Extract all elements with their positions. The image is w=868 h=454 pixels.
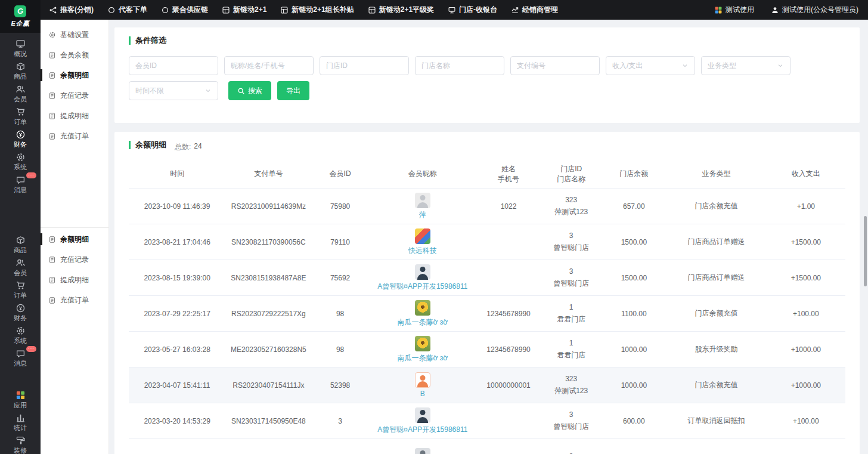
doc-icon bbox=[48, 92, 56, 100]
table-body: 2023-10-09 11:46:39RS20231009114639Mz759… bbox=[129, 189, 845, 454]
rail-item-goods[interactable]: 商品 bbox=[0, 59, 41, 82]
table-row: 2023-10-09 11:46:39RS20231009114639Mz759… bbox=[129, 189, 845, 224]
table-title-row: 余额明细 总数: 24 bbox=[129, 140, 845, 152]
filter-input[interactable] bbox=[415, 56, 504, 75]
store-id: 3 bbox=[543, 451, 599, 454]
column-header-line: 收入支出 bbox=[792, 169, 820, 178]
store-id: 323 bbox=[543, 194, 599, 206]
topnav-item[interactable]: 推客(分销) bbox=[49, 5, 94, 15]
rail-item-message[interactable]: 消息··· bbox=[0, 346, 41, 369]
search-button[interactable]: 搜索 bbox=[228, 81, 271, 100]
topnav-item[interactable]: 聚合供应链 bbox=[161, 5, 208, 15]
cell-biz-type: 门店余额充值 bbox=[666, 201, 766, 211]
cell-store-balance: 1000.00 bbox=[602, 345, 666, 354]
topnav-right-item[interactable]: 测试使用 bbox=[714, 5, 754, 15]
member-nickname-link[interactable]: A曾智聪¤APP开发15986811 bbox=[377, 282, 467, 292]
filter-select[interactable]: 收入/支出 bbox=[606, 56, 695, 75]
filter-input[interactable] bbox=[320, 56, 409, 75]
rail-item-finance[interactable]: 财务 bbox=[0, 127, 41, 150]
store-id: 323 bbox=[543, 373, 599, 385]
topnav-item[interactable]: 经销商管理 bbox=[511, 5, 558, 15]
member-avatar bbox=[415, 407, 430, 423]
topnav-item[interactable]: 新链动2+1组长补贴 bbox=[280, 5, 354, 15]
member-avatar bbox=[415, 448, 430, 454]
cell-pay-no: SN230821170390056C bbox=[225, 238, 311, 246]
circle-icon bbox=[161, 6, 169, 14]
rail-item-orders[interactable]: 订单 bbox=[0, 104, 41, 127]
rail-item-label: 消息 bbox=[14, 360, 27, 367]
member-nickname-link[interactable]: 快远科技 bbox=[408, 246, 437, 256]
cell-member-id: 98 bbox=[312, 310, 369, 318]
doc-icon bbox=[48, 51, 56, 59]
rail-item-members[interactable]: 会员 bbox=[0, 255, 41, 278]
topnav-item[interactable]: 新链动2+1平级奖 bbox=[368, 5, 434, 15]
rail-item-deco[interactable]: 装修 bbox=[0, 433, 41, 454]
submenu-item[interactable]: 提成明细 bbox=[41, 106, 108, 126]
rail-item-label: 装修 bbox=[14, 447, 27, 454]
submenu-item[interactable]: 提成明细 bbox=[41, 270, 108, 290]
cell-nickname: A曾智聪¤APP开发15986811 bbox=[369, 407, 476, 435]
topnav-item[interactable]: 新链动2+1 bbox=[222, 5, 266, 15]
rail-item-members[interactable]: 会员 bbox=[0, 82, 41, 104]
filter-input[interactable] bbox=[129, 56, 218, 75]
member-nickname-link[interactable]: B bbox=[420, 390, 425, 398]
cell-nickname: 萍 bbox=[369, 193, 476, 220]
column-header: 门店ID门店名称 bbox=[541, 165, 602, 184]
rail-item-system[interactable]: 系统 bbox=[0, 323, 41, 346]
filter-input[interactable] bbox=[224, 56, 314, 75]
scrollbar-thumb[interactable] bbox=[864, 216, 867, 286]
rail-item-label: 财务 bbox=[14, 315, 27, 322]
cell-store: 1君君门店 bbox=[541, 338, 602, 360]
member-nickname-link[interactable]: 南瓜一条藤ờ ɜờ bbox=[398, 317, 448, 328]
submenu-item[interactable]: 充值订单 bbox=[41, 126, 108, 146]
rail-item-system[interactable]: 系统 bbox=[0, 150, 41, 172]
column-header-line: 会员昵称 bbox=[408, 169, 437, 178]
submenu-item[interactable]: 充值记录 bbox=[41, 85, 108, 106]
cell-amount: +100.00 bbox=[767, 310, 845, 318]
cell-biz-type: 门店余额充值 bbox=[666, 380, 766, 390]
orders-icon bbox=[16, 280, 26, 291]
sub-sidebar: 基础设置会员余额余额明细充值记录提成明细充值订单余额明细充值记录提成明细充值订单 bbox=[41, 20, 109, 454]
store-id: 3 bbox=[543, 409, 599, 421]
filter-select[interactable]: 时间不限 bbox=[129, 81, 218, 100]
topnav-item[interactable]: 门店-收银台 bbox=[448, 5, 497, 15]
member-nickname-link[interactable]: 萍 bbox=[419, 210, 426, 220]
cell-store: 323萍测试123 bbox=[541, 373, 602, 396]
avatar-silhouette-body bbox=[417, 274, 428, 280]
cell-time: 2023-05-27 16:03:28 bbox=[129, 345, 225, 354]
topnav-item-label: 门店-收银台 bbox=[459, 5, 497, 15]
topnav-item[interactable]: 代客下单 bbox=[107, 5, 147, 15]
rail-item-goods[interactable]: 商品 bbox=[0, 233, 41, 255]
submenu-item[interactable]: 充值订单 bbox=[41, 290, 108, 310]
table-row: 2023-04-07 15:41:11RS20230407154111Jx523… bbox=[129, 367, 845, 403]
export-button[interactable]: 导出 bbox=[277, 81, 309, 100]
topnav-right-item[interactable]: 测试使用(公众号管理员) bbox=[771, 5, 858, 15]
submenu-item[interactable]: 余额明细 bbox=[41, 65, 108, 85]
search-button-label: 搜索 bbox=[248, 86, 262, 96]
rail-item-overview[interactable]: 概况 bbox=[0, 36, 41, 59]
submenu-item-label: 充值订单 bbox=[60, 131, 89, 141]
submenu-item[interactable]: 余额明细 bbox=[41, 229, 108, 249]
export-button-label: 导出 bbox=[286, 86, 300, 96]
filter-select[interactable]: 业务类型 bbox=[701, 56, 790, 75]
doc-icon bbox=[48, 256, 56, 264]
submenu-item[interactable]: 充值记录 bbox=[41, 249, 108, 270]
rail-item-stats[interactable]: 统计 bbox=[0, 410, 41, 433]
submenu-item[interactable]: 会员余额 bbox=[41, 45, 108, 65]
brand-logo[interactable]: G E企赢 bbox=[0, 0, 41, 33]
table-row: 2023-05-27 16:03:28ME20230527160328N598南… bbox=[129, 332, 845, 367]
table-row: 2023-08-21 17:04:46SN230821170390056C791… bbox=[129, 224, 845, 260]
topnav-item-label: 经销商管理 bbox=[522, 5, 558, 15]
balance-detail-panel: 余额明细 总数: 24 时间支付单号会员ID会员昵称姓名手机号门店ID门店名称门… bbox=[114, 132, 860, 454]
rail-item-message[interactable]: 消息··· bbox=[0, 172, 41, 195]
member-nickname-link[interactable]: 南瓜一条藤ờ ɜờ bbox=[398, 353, 448, 363]
member-nickname-link[interactable]: A曾智聪¤APP开发15986811 bbox=[377, 425, 467, 435]
rail-item-apps[interactable]: 应用 bbox=[0, 388, 41, 410]
submenu-item[interactable]: 基础设置 bbox=[41, 24, 108, 45]
filter-input[interactable] bbox=[510, 56, 600, 75]
rail-item-orders[interactable]: 订单 bbox=[0, 278, 41, 301]
cell-amount: +1500.00 bbox=[767, 274, 845, 282]
cell-amount: +1000.00 bbox=[767, 381, 845, 390]
rail-item-finance[interactable]: 财务 bbox=[0, 301, 41, 323]
cell-store: 3 bbox=[541, 451, 602, 454]
